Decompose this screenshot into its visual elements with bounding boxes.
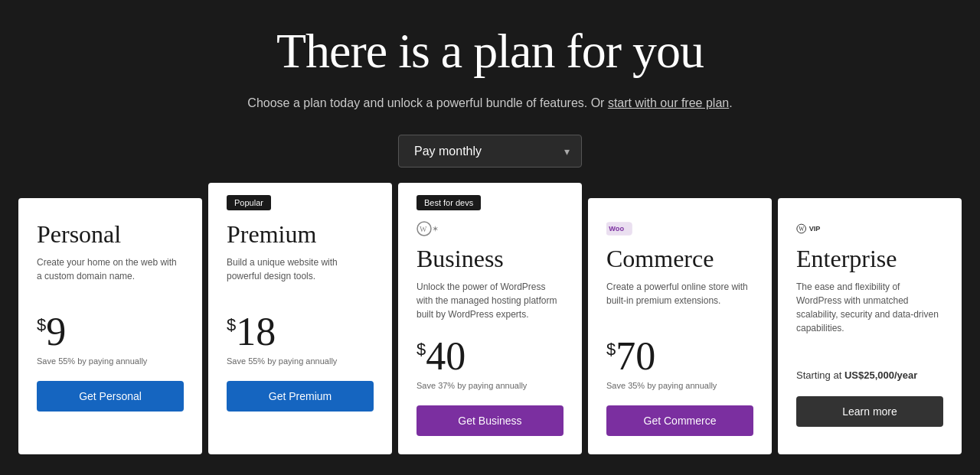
billing-dropdown[interactable]: Pay monthly Pay annually (398, 135, 582, 168)
svg-text:W: W (420, 225, 427, 233)
plan-price-personal: $ 9 (37, 312, 184, 352)
plan-card-premium: Popular Premium Build a unique website w… (208, 183, 392, 454)
price-currency-premium: $ (227, 315, 236, 335)
svg-text:Woo: Woo (609, 226, 624, 233)
price-amount-premium: 18 (236, 312, 276, 352)
price-note-personal: Save 55% by paying annually (37, 356, 184, 366)
price-note-business: Save 37% by paying annually (416, 381, 564, 390)
price-amount-personal: 9 (46, 312, 66, 352)
plan-card-business: Best for devs W ✶ Business Unlock the po… (398, 183, 582, 454)
plan-card-enterprise: W VIP Enterprise The ease and flexibilit… (778, 198, 962, 454)
plan-desc-business: Unlock the power of WordPress with the m… (416, 280, 564, 321)
price-currency-commerce: $ (606, 340, 616, 360)
plans-container: Personal Create your home on the web wit… (0, 198, 980, 454)
billing-selector-wrapper: Pay monthly Pay annually (398, 135, 582, 168)
price-amount-business: 40 (426, 337, 466, 376)
cta-button-business[interactable]: Get Business (416, 405, 564, 436)
plan-desc-personal: Create your home on the web with a custo… (37, 255, 184, 297)
plan-card-personal: Personal Create your home on the web wit… (18, 198, 202, 454)
badge-business: Best for devs (416, 195, 481, 210)
price-starting-enterprise: Starting at US$25,000/year (796, 350, 943, 381)
plan-desc-commerce: Create a powerful online store with buil… (606, 280, 753, 321)
plan-price-business: $ 40 (416, 337, 564, 376)
plan-icon-business: W ✶ (416, 220, 564, 238)
plan-name-personal: Personal (37, 220, 184, 249)
cta-button-enterprise[interactable]: Learn more (796, 396, 943, 427)
cta-button-premium[interactable]: Get Premium (227, 381, 374, 412)
wp-icon: W ✶ (416, 221, 462, 236)
svg-text:W: W (799, 226, 805, 233)
page-subtitle: Choose a plan today and unlock a powerfu… (247, 96, 732, 110)
plan-card-commerce: Woo Commerce Create a powerful online st… (588, 198, 772, 454)
price-currency-personal: $ (37, 315, 46, 335)
plan-name-commerce: Commerce (606, 244, 753, 273)
price-note-commerce: Save 35% by paying annually (606, 381, 753, 390)
vip-icon: W VIP (796, 221, 848, 236)
plans-section: Personal Create your home on the web wit… (0, 198, 980, 454)
svg-text:VIP: VIP (809, 226, 821, 233)
page-wrapper: There is a plan for you Choose a plan to… (0, 0, 980, 475)
page-title: There is a plan for you (276, 24, 704, 78)
price-note-premium: Save 55% by paying annually (227, 356, 374, 366)
price-currency-business: $ (416, 340, 426, 360)
badge-premium: Popular (227, 195, 271, 210)
plan-desc-enterprise: The ease and flexibility of WordPress wi… (796, 280, 943, 335)
plan-name-premium: Premium (227, 220, 374, 249)
svg-text:✶: ✶ (432, 224, 439, 233)
plan-price-commerce: $ 70 (606, 337, 753, 376)
price-starting-amount: US$25,000/year (841, 369, 917, 381)
plan-icon-commerce: Woo (606, 220, 753, 238)
plan-desc-premium: Build a unique website with powerful des… (227, 255, 374, 297)
price-amount-commerce: 70 (616, 337, 655, 376)
plan-price-premium: $ 18 (227, 312, 374, 352)
cta-button-commerce[interactable]: Get Commerce (606, 405, 753, 436)
cta-button-personal[interactable]: Get Personal (37, 381, 184, 412)
plan-name-business: Business (416, 244, 564, 273)
woo-icon: Woo (606, 221, 658, 236)
plan-name-enterprise: Enterprise (796, 244, 943, 273)
free-plan-link[interactable]: start with our free plan (608, 96, 729, 109)
plan-icon-enterprise: W VIP (796, 220, 943, 238)
